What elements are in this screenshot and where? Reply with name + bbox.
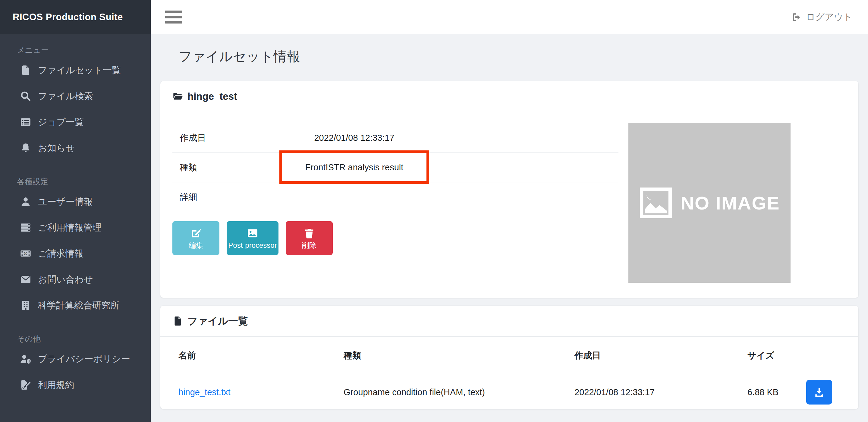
section-label: メニュー [0,43,151,57]
logout-button[interactable]: ログアウト [792,11,852,23]
fileset-card-body: 作成日 2022/01/08 12:33:17 種類 FrontISTR ana… [160,112,858,298]
sidebar-item-terms[interactable]: 利用規約 [0,372,151,398]
user-icon [19,195,33,208]
delete-button[interactable]: 削除 [286,221,333,255]
col-header-kind: 種類 [338,350,568,362]
search-icon [19,90,33,102]
sidebar-item-usage-management[interactable]: ご利用情報管理 [0,215,151,241]
col-header-size: サイズ [741,350,792,362]
trash-icon [303,227,315,239]
bell-icon [19,142,33,154]
table-row: 種類 FrontISTR analysis result [173,153,618,182]
sidebar-item-file-search[interactable]: ファイル検索 [0,83,151,109]
edit-icon [190,227,202,239]
file-icon [19,64,33,76]
image-icon [247,227,258,239]
sidebar-item-billing[interactable]: 1 ご請求情報 [0,241,151,267]
sidebar-item-ricos-institute[interactable]: 科学計算総合研究所 [0,292,151,318]
sidebar-item-privacy-policy[interactable]: プライバシーポリシー [0,346,151,372]
section-label: その他 [0,332,151,346]
col-header-created: 作成日 [568,350,741,362]
sign-out-icon [792,12,802,22]
delete-button-label: 削除 [302,242,316,249]
edit-button-label: 編集 [189,242,203,249]
building-icon [19,299,33,311]
row-label: 詳細 [173,191,279,203]
top-header: ログアウト [151,0,868,34]
sidebar-section-other: その他 プライバシーポリシー 利用規約 [0,332,151,398]
logout-label: ログアウト [806,11,852,23]
sidebar-item-label: 利用規約 [38,379,74,391]
table-row: 詳細 [173,182,618,212]
files-table: 名前 種類 作成日 サイズ hinge_test.txt Groupname c… [160,337,858,409]
folder-open-icon [173,91,183,102]
envelope-icon [19,273,33,285]
sidebar-item-news[interactable]: お知らせ [0,135,151,161]
files-card-title: ファイル一覧 [187,314,248,328]
sidebar: RICOS Production Suite メニュー ファイルセット一覧 ファ… [0,0,151,422]
files-card: ファイル一覧 名前 種類 作成日 サイズ hinge_test.txt Grou… [160,306,858,409]
files-card-header: ファイル一覧 [160,306,858,337]
svg-text:1: 1 [25,252,26,255]
section-label: 各種設定 [0,174,151,189]
kind-value: FrontISTR analysis result [279,153,429,182]
sidebar-item-user-info[interactable]: ユーザー情報 [0,189,151,215]
sidebar-item-label: ユーザー情報 [38,195,93,208]
download-icon [813,386,825,398]
sidebar-item-label: ファイル検索 [38,90,93,102]
no-image-icon [639,187,673,219]
server-icon [19,221,33,234]
download-button[interactable] [806,380,832,404]
sidebar-item-label: お知らせ [38,142,75,154]
table-row: 作成日 2022/01/08 12:33:17 [173,123,618,153]
detail-value [279,182,429,212]
sidebar-item-label: ジョブ一覧 [38,116,84,128]
sidebar-item-label: ご利用情報管理 [38,221,101,234]
list-icon [19,116,33,128]
post-processor-button[interactable]: Post-processor [227,221,278,255]
edit-button[interactable]: 編集 [173,221,219,255]
sidebar-item-label: ファイルセット一覧 [38,64,121,77]
sidebar-item-jobs[interactable]: ジョブ一覧 [0,109,151,135]
fileset-title: hinge_test [187,91,237,102]
sidebar-item-label: 科学計算総合研究所 [38,299,119,312]
sidebar-section-settings: 各種設定 ユーザー情報 ご利用情報管理 1 ご請求情報 [0,174,151,318]
fileset-details: 作成日 2022/01/08 12:33:17 種類 FrontISTR ana… [173,123,618,255]
post-processor-button-label: Post-processor [228,242,277,249]
fileset-card-header: hinge_test [160,81,858,112]
sidebar-item-label: お問い合わせ [38,273,93,286]
created-date-value: 2022/01/08 12:33:17 [279,123,429,153]
sidebar-item-contact[interactable]: お問い合わせ [0,267,151,292]
money-icon: 1 [19,247,33,260]
no-image-text: NO IMAGE [681,192,780,214]
files-table-header: 名前 種類 作成日 サイズ [173,337,846,375]
file-signature-icon [19,379,33,391]
no-image-placeholder: NO IMAGE [628,123,790,283]
file-name-link[interactable]: hinge_test.txt [179,387,230,397]
sidebar-item-label: プライバシーポリシー [38,353,130,365]
sidebar-item-label: ご請求情報 [38,247,84,260]
sidebar-item-filesets[interactable]: ファイルセット一覧 [0,57,151,83]
row-label: 作成日 [173,132,279,144]
file-icon [173,315,183,327]
file-row: hinge_test.txt Groupname condition file(… [173,375,846,409]
col-header-name: 名前 [173,350,338,362]
hamburger-icon[interactable] [165,10,183,24]
sidebar-section-menu: メニュー ファイルセット一覧 ファイル検索 ジョブ一覧 [0,43,151,161]
brand-title: RICOS Production Suite [0,0,151,34]
fileset-table: 作成日 2022/01/08 12:33:17 種類 FrontISTR ana… [173,123,618,212]
fileset-card: hinge_test 作成日 2022/01/08 12:33:17 種類 [160,81,858,298]
file-kind: Groupname condition file(HAM, text) [338,387,568,397]
row-label: 種類 [173,161,279,174]
file-size: 6.88 KB [741,387,792,397]
fileset-actions: 編集 Post-processor 削除 [173,221,618,255]
page-title: ファイルセット情報 [179,48,858,65]
content: ファイルセット情報 hinge_test 作成日 2022/01/08 12:3… [151,34,868,422]
user-shield-icon [19,353,33,365]
app-window: RICOS Production Suite メニュー ファイルセット一覧 ファ… [0,0,868,422]
file-created: 2022/01/08 12:33:17 [568,387,741,397]
main-area: ログアウト ファイルセット情報 hinge_test 作成日 2022/01/0… [151,0,868,422]
